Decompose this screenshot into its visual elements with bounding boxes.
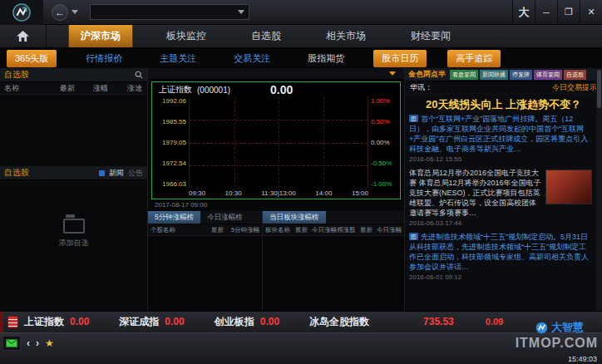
main-tab-finance-news[interactable]: 财经要闻 (399, 25, 462, 47)
ticker-item-szse[interactable]: 深证成指 0.00 (119, 315, 184, 329)
add-watchlist-label[interactable]: 添加自选 (59, 238, 89, 248)
col-sector-name[interactable]: 板块名称 (263, 226, 293, 234)
nav-prev-button[interactable]: ‹ (27, 337, 30, 349)
news-tip-link[interactable]: 今日交易提示 (552, 82, 597, 93)
ticker-value: 0.00 (70, 316, 89, 327)
ticker-item-iceland[interactable]: 冰岛全股指数 735.53 0.09 (309, 315, 503, 329)
watchlist-tab-notice[interactable]: 公告 (128, 168, 143, 179)
maximize-button[interactable]: ❐ (557, 0, 580, 24)
col-speed[interactable]: 涨速 (113, 83, 147, 94)
main-tab-hushen-market[interactable]: 沪深市场 (68, 25, 133, 47)
col-leading-change[interactable]: 今日涨幅 (374, 226, 404, 234)
col-stock-name[interactable]: 个股名称 (148, 226, 196, 234)
percent-tick: 1.00% (371, 97, 397, 105)
news-panel: 金色两点半 看盘要闻 新闻联播 停复牌 体育要闻 自选股 华讯： 今日交易提示 … (404, 68, 602, 311)
news-tip-row: 华讯： 今日交易提示 (405, 81, 602, 94)
sector-rank-tabs: 当日板块涨幅榜 (263, 211, 404, 224)
font-size-button[interactable]: 大 (512, 0, 535, 24)
add-watchlist-folder-icon[interactable] (63, 219, 85, 234)
news-item-time: 2016-06-01 09:12 (409, 273, 592, 281)
ticker-edge-strip (0, 312, 3, 332)
sub-tab-theme-watch[interactable]: 主题关注 (151, 50, 205, 67)
chart-title-row: 上证指数 (000001) 0.00 (152, 82, 400, 97)
chart-toolbar (148, 68, 404, 80)
sub-tab-trade-watch[interactable]: 交易关注 (225, 50, 279, 67)
price-tick: 1966.03 (155, 180, 186, 188)
news-tag-sports[interactable]: 体育要闻 (534, 70, 562, 80)
chart-index-name: 上证指数 (159, 84, 192, 96)
ticker-value: 735.53 (423, 316, 454, 327)
news-tag-halts[interactable]: 停复牌 (510, 70, 532, 80)
col-last[interactable]: 最新 (43, 83, 80, 94)
news-item-time: 2016-06-12 15:55 (409, 155, 592, 163)
ticker-label: 创业板指 (215, 315, 254, 329)
price-tick: 1979.05 (155, 139, 186, 146)
watchlist-news-header: 自选股 新闻 公告 (0, 166, 147, 180)
sub-tab-index-futures[interactable]: 股指期货 (299, 50, 353, 67)
chart-percent-axis: 1.00% 0.50% 0.00% -0.50% -1.00% (368, 97, 400, 188)
watchlist-tab-news[interactable]: 新闻 (109, 168, 124, 179)
news-tag-market-news[interactable]: 看盘要闻 (450, 70, 478, 80)
tab-5min-gainers[interactable]: 5分钟涨幅榜 (148, 211, 200, 224)
news-list: 图首个“互联网+产业”园落地广州挂牌。周五（12日），由多家互联网企业共同发起的… (405, 114, 596, 311)
news-tag-watchlist[interactable]: 自选股 (564, 70, 586, 80)
chart-options-caret-icon[interactable] (389, 71, 396, 76)
news-thumbnail-image[interactable] (545, 170, 592, 204)
ticker-change: 0.09 (486, 317, 503, 327)
news-item[interactable]: 图首个“互联网+产业”园落地广州挂牌。周五（12日），由多家互联网企业共同发起的… (409, 114, 592, 154)
sub-tab-365-front-page[interactable]: 365头版 (7, 50, 57, 67)
news-tag-broadcast[interactable]: 新闻联播 (480, 70, 508, 80)
news-scrollbar-thumb[interactable] (597, 70, 601, 108)
news-headline[interactable]: 20天线拐头向上 上涨趋势不变？ (405, 94, 602, 116)
ticker-label: 上证指数 (24, 315, 64, 329)
dzh-logo-icon (535, 322, 548, 334)
news-scrollbar[interactable] (596, 68, 602, 311)
col-name[interactable]: 名称 (0, 83, 43, 94)
watchlist-news-title: 自选股 (4, 167, 29, 179)
percent-tick: 0.50% (371, 118, 397, 125)
tab-sector-gainers[interactable]: 当日板块涨幅榜 (263, 211, 326, 224)
ticker-item-chinext[interactable]: 创业板指 0.00 (215, 315, 279, 329)
tab-today-gainers[interactable]: 今日涨幅榜 (200, 211, 249, 224)
col-change[interactable]: 涨幅 (80, 83, 113, 94)
news-item[interactable]: 图先进制造技术领域“十三五”规划制定启动。5月31日从科技部获悉，先进制造技术领… (409, 232, 592, 272)
chart-panel: 上证指数 (000001) 0.00 1992.06 1985.55 1979.… (148, 68, 404, 311)
sub-tab-market-calendar[interactable]: 股市日历 (373, 50, 427, 67)
back-history-caret-icon[interactable] (72, 10, 78, 14)
sub-tab-quotes[interactable]: 行情报价 (77, 50, 131, 67)
index-minute-chart[interactable]: 上证指数 (000001) 0.00 1992.06 1985.55 1979.… (151, 81, 401, 199)
news-tip-source: 华讯： (410, 82, 432, 93)
sub-tab-expert-tracking[interactable]: 高手追踪 (447, 50, 501, 67)
ticker-value: 0.00 (260, 316, 279, 327)
col-leading-stock[interactable]: 领涨股 (334, 226, 358, 234)
system-clock: 15:49:03 (568, 355, 597, 363)
watchlist-panel: 自选股 名称 最新 涨幅 涨速 自选股 新闻 公告 添加自选 (0, 68, 148, 311)
col-sector-last[interactable]: 最新 (293, 226, 309, 234)
main-tab-sector-monitor[interactable]: 板块监控 (155, 25, 218, 47)
back-button[interactable]: ← (52, 4, 68, 21)
news-item-time: 2016-06-03 17:44 (409, 219, 592, 227)
col-leading-last[interactable]: 最新 (358, 226, 374, 234)
minimize-button[interactable]: ─ (535, 0, 557, 24)
main-tab-related-markets[interactable]: 相关市场 (314, 25, 377, 47)
close-button[interactable]: ✕ (580, 0, 602, 24)
symbol-search-combobox[interactable] (90, 4, 249, 20)
price-tick: 1972.54 (155, 160, 186, 167)
app-logo-icon (0, 0, 43, 25)
col-sector-change[interactable]: 今日涨幅 (309, 226, 334, 234)
favorite-star-icon[interactable]: ★ (45, 337, 54, 349)
sub-nav: 365头版 行情报价 主题关注 交易关注 股指期货 股市日历 高手追踪 (0, 48, 602, 68)
ticker-item-sse[interactable]: 上证指数 0.00 (24, 315, 89, 329)
stock-rank-tabs: 5分钟涨幅榜 今日涨幅榜 (148, 211, 262, 224)
main-tab-watchlist[interactable]: 自选股 (239, 25, 293, 47)
home-icon (17, 31, 29, 42)
image-tag-icon: 图 (409, 115, 418, 122)
home-button[interactable] (0, 25, 47, 47)
ledger-icon[interactable] (7, 316, 18, 328)
message-button[interactable] (2, 336, 21, 351)
col-5min-change[interactable]: 5分钟涨幅 (226, 226, 262, 234)
brand-cluster: 大智慧 (535, 320, 584, 335)
col-stock-last[interactable]: 最新 (196, 226, 226, 234)
nav-next-button[interactable]: › (36, 337, 39, 349)
search-icon[interactable] (135, 71, 143, 79)
